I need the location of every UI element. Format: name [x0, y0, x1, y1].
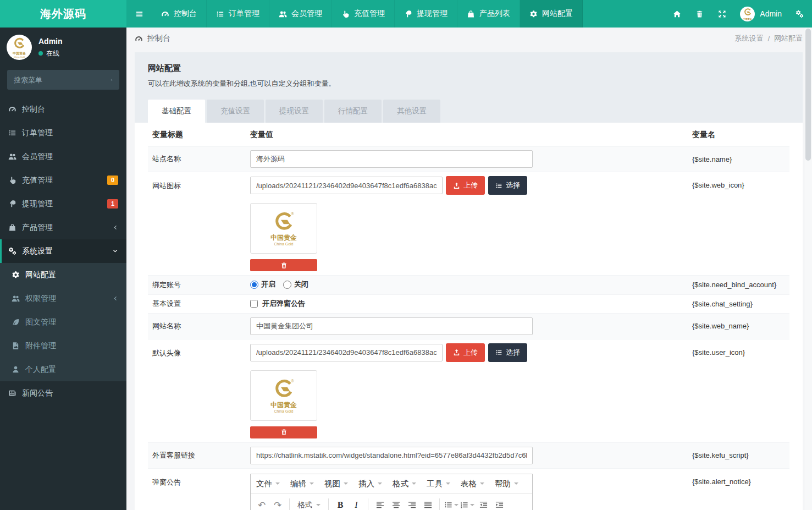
china-gold-logo: ®: [273, 378, 295, 400]
delete-image-button[interactable]: [250, 259, 317, 271]
scrollbar[interactable]: [804, 28, 812, 510]
table-row: 基本设置 开启弹窗公告 {$site.chat_setting}: [148, 295, 789, 314]
editor-menu-file[interactable]: 文件: [256, 479, 280, 489]
table-row: 弹窗公告 文件 编辑 视图 插入 格式 工具 表格 帮助: [148, 469, 789, 510]
align-center-button[interactable]: [389, 498, 403, 510]
align-center-icon: [392, 501, 400, 509]
gear-icon: [529, 10, 538, 18]
sidebar-item-content[interactable]: 图文管理: [0, 310, 126, 334]
gear-icon: [12, 271, 20, 279]
caret-down-icon: [412, 482, 416, 485]
recharge-badge: 0: [107, 176, 118, 185]
search-icon[interactable]: [111, 76, 113, 84]
tab-withdraw-settings[interactable]: 提现设置: [266, 100, 323, 123]
hamburger-icon: [135, 10, 143, 18]
site-name-input[interactable]: [250, 150, 533, 168]
fullscreen-button[interactable]: [711, 0, 733, 28]
var-name: {$site.need_bind_account}: [692, 281, 776, 289]
caret-down-icon: [446, 482, 450, 485]
tab-recharge-settings[interactable]: 充值设置: [207, 100, 264, 123]
brand-logo[interactable]: 海外源码: [0, 0, 126, 28]
topnav-item-orders[interactable]: 订单管理: [207, 0, 269, 28]
editor-menu-format[interactable]: 格式: [393, 479, 416, 489]
row-label: 基本设置: [152, 299, 181, 308]
breadcrumb-home[interactable]: 控制台: [135, 34, 170, 43]
editor-menu-tools[interactable]: 工具: [427, 479, 450, 489]
list-icon: [495, 182, 502, 189]
sidebar-item-recharge[interactable]: 充值管理0: [0, 168, 126, 192]
sidebar-item-attachments[interactable]: 附件管理: [0, 334, 126, 358]
bullet-list-icon: [444, 501, 452, 509]
col-header-value: 变量值: [246, 123, 688, 146]
editor-menu-view[interactable]: 视图: [324, 479, 348, 489]
sidebar-item-site-config[interactable]: 网站配置: [0, 263, 126, 287]
editor-menu-edit[interactable]: 编辑: [290, 479, 314, 489]
sidebar-item-members[interactable]: 会员管理: [0, 145, 126, 168]
user-icon-preview: ®中国黄金China Gold: [250, 370, 317, 421]
align-left-button[interactable]: [373, 498, 387, 510]
sidebar-item-products[interactable]: 产品管理: [0, 216, 126, 239]
tab-other-settings[interactable]: 其他设置: [383, 100, 440, 123]
bind-account-off-radio[interactable]: 关闭: [283, 279, 308, 289]
search-input[interactable]: [14, 76, 111, 84]
align-justify-button[interactable]: [421, 498, 435, 510]
china-gold-logo: [13, 37, 26, 50]
upload-button[interactable]: 上传: [446, 176, 485, 195]
top-menu: 控制台 订单管理 会员管理 充值管理 提现管理 产品列表 网站配置 中国黄金 A…: [126, 0, 812, 28]
topnav-item-products[interactable]: 产品列表: [457, 0, 520, 28]
home-icon: [673, 10, 681, 18]
tab-basic-config[interactable]: 基础配置: [148, 100, 205, 123]
upload-button[interactable]: 上传: [446, 343, 485, 362]
indent-icon: [495, 501, 504, 509]
topnav-item-site-config[interactable]: 网站配置: [520, 0, 583, 28]
bullet-list-button[interactable]: [444, 498, 459, 510]
sidebar-item-withdraw[interactable]: 提现管理1: [0, 192, 126, 216]
web-name-input[interactable]: [250, 317, 533, 335]
sidebar-toggle-button[interactable]: [126, 0, 152, 28]
sidebar-item-profile[interactable]: 个人配置: [0, 358, 126, 381]
delete-image-button[interactable]: [250, 426, 317, 438]
clear-cache-button[interactable]: [688, 0, 711, 28]
sidebar-item-permissions[interactable]: 权限管理: [0, 287, 126, 310]
web-icon-input[interactable]: [250, 177, 443, 194]
sidebar-item-orders[interactable]: 订单管理: [0, 121, 126, 145]
outdent-button[interactable]: [476, 498, 490, 510]
format-dropdown[interactable]: 格式: [294, 500, 324, 510]
card-header: 网站配置 可以在此增改系统的变量和分组,也可以自定义分组和变量。 基础配置 充值…: [135, 52, 803, 123]
scrollbar-thumb[interactable]: [805, 29, 811, 161]
topnav-item-recharge[interactable]: 充值管理: [332, 0, 395, 28]
indent-button[interactable]: [492, 498, 506, 510]
sidebar-item-news[interactable]: 新闻公告: [0, 381, 126, 405]
topnav-item-members[interactable]: 会员管理: [269, 0, 332, 28]
table-row: 绑定账号 开启 关闭 {$site.need_bind_account}: [148, 276, 789, 295]
user-icon-input[interactable]: [250, 344, 443, 361]
tab-market-config[interactable]: 行情配置: [324, 100, 382, 123]
home-button[interactable]: [666, 0, 688, 28]
user-menu[interactable]: 中国黄金 Admin: [733, 7, 788, 21]
editor-menu-table[interactable]: 表格: [461, 479, 484, 489]
align-right-button[interactable]: [405, 498, 419, 510]
editor-menu-help[interactable]: 帮助: [495, 479, 518, 489]
topnav-item-withdraw[interactable]: 提现管理: [395, 0, 457, 28]
kefu-link-input[interactable]: [250, 447, 533, 464]
choose-button[interactable]: 选择: [488, 343, 527, 362]
redo-button[interactable]: ↷: [270, 498, 285, 510]
numbered-list-button[interactable]: [460, 498, 474, 510]
settings-button[interactable]: [788, 0, 811, 28]
undo-button[interactable]: ↶: [255, 498, 269, 510]
topnav-item-dashboard[interactable]: 控制台: [152, 0, 207, 28]
file-image-icon: [12, 342, 20, 350]
bind-account-on-radio[interactable]: 开启: [250, 279, 275, 289]
bold-button[interactable]: B: [333, 498, 347, 510]
sidebar-item-dashboard[interactable]: 控制台: [0, 97, 126, 121]
editor-menu-insert[interactable]: 插入: [358, 479, 382, 489]
sidebar-item-system-settings[interactable]: 系统设置: [0, 239, 126, 263]
page-title: 网站配置: [148, 63, 789, 74]
table-row: 网站名称 {$site.web_name}: [148, 314, 789, 339]
table-row: 站点名称 {$site.name}: [148, 146, 789, 172]
row-label: 网站名称: [152, 322, 181, 330]
popup-notice-checkbox[interactable]: 开启弹窗公告: [250, 299, 305, 309]
choose-button[interactable]: 选择: [488, 176, 527, 195]
italic-button[interactable]: I: [349, 498, 363, 510]
align-right-icon: [408, 501, 416, 509]
